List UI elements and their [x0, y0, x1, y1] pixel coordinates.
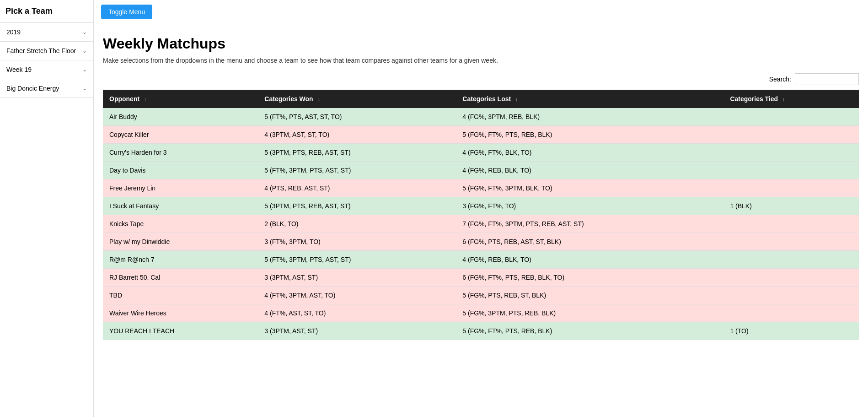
sidebar-team-label: Father Stretch The Floor [6, 47, 76, 54]
sidebar: Pick a Team 2019 ⌄ Father Stretch The Fl… [0, 0, 94, 417]
won-cell: 3 (3PTM, AST, ST) [258, 269, 456, 287]
opponent-cell: Day to Davis [103, 162, 258, 179]
chevron-down-icon: ⌄ [82, 85, 87, 92]
search-label: Search: [769, 76, 791, 83]
sort-icon-lost: ↕ [515, 97, 518, 102]
sidebar-dropdown-team[interactable]: Father Stretch The Floor ⌄ [0, 42, 93, 60]
table-body: Air Buddy5 (FT%, PTS, AST, ST, TO)4 (FG%… [103, 108, 859, 340]
table-row: Knicks Tape2 (BLK, TO)7 (FG%, FT%, 3PTM,… [103, 215, 859, 233]
toggle-menu-button[interactable]: Toggle Menu [101, 5, 152, 19]
won-cell: 4 (PTS, REB, AST, ST) [258, 179, 456, 197]
opponent-cell: TBD [103, 287, 258, 304]
sidebar-dropdown-week[interactable]: Week 19 ⌄ [0, 60, 93, 79]
table-row: R@m R@nch 75 (FT%, 3PTM, PTS, AST, ST)4 … [103, 251, 859, 269]
won-cell: 4 (FT%, AST, ST, TO) [258, 304, 456, 322]
lost-cell: 3 (FG%, FT%, TO) [456, 197, 723, 215]
won-cell: 4 (3PTM, AST, ST, TO) [258, 126, 456, 144]
won-cell: 5 (3PTM, PTS, REB, AST, ST) [258, 197, 456, 215]
matchups-table: Opponent ↑ Categories Won ↕ Categories L… [103, 90, 859, 340]
opponent-cell: R@m R@nch 7 [103, 251, 258, 269]
table-row: Air Buddy5 (FT%, PTS, AST, ST, TO)4 (FG%… [103, 108, 859, 126]
content-area: Weekly Matchups Make selections from the… [94, 24, 868, 349]
won-cell: 5 (3PTM, PTS, REB, AST, ST) [258, 144, 456, 162]
won-cell: 4 (FT%, 3PTM, AST, TO) [258, 287, 456, 304]
tied-cell [723, 144, 859, 162]
chevron-down-icon: ⌄ [82, 48, 87, 54]
won-cell: 5 (FT%, 3PTM, PTS, AST, ST) [258, 251, 456, 269]
table-row: RJ Barrett 50. Cal3 (3PTM, AST, ST)6 (FG… [103, 269, 859, 287]
sort-icon-won: ↕ [318, 97, 321, 102]
tied-cell [723, 126, 859, 144]
search-input[interactable] [795, 73, 859, 85]
opponent-cell: Copycat Killer [103, 126, 258, 144]
table-row: Waiver Wire Heroes4 (FT%, AST, ST, TO)5 … [103, 304, 859, 322]
opponent-cell: I Suck at Fantasy [103, 197, 258, 215]
opponent-cell: Free Jeremy Lin [103, 179, 258, 197]
sidebar-opponent-label: Big Doncic Energy [6, 85, 59, 92]
tied-cell [723, 215, 859, 233]
top-bar: Toggle Menu [94, 0, 868, 24]
table-row: Play w/ my Dinwiddie3 (FT%, 3PTM, TO)6 (… [103, 233, 859, 251]
opponent-cell: Curry's Harden for 3 [103, 144, 258, 162]
won-cell: 3 (3PTM, AST, ST) [258, 322, 456, 340]
lost-cell: 5 (FG%, PTS, REB, ST, BLK) [456, 287, 723, 304]
opponent-cell: Play w/ my Dinwiddie [103, 233, 258, 251]
search-bar: Search: [103, 73, 859, 85]
opponent-cell: Air Buddy [103, 108, 258, 126]
sort-icon-opponent: ↑ [144, 97, 147, 102]
table-row: Curry's Harden for 35 (3PTM, PTS, REB, A… [103, 144, 859, 162]
sidebar-title: Pick a Team [0, 0, 93, 23]
table-row: I Suck at Fantasy5 (3PTM, PTS, REB, AST,… [103, 197, 859, 215]
chevron-down-icon: ⌄ [82, 29, 87, 35]
tied-cell: 1 (TO) [723, 322, 859, 340]
chevron-down-icon: ⌄ [82, 66, 87, 73]
opponent-cell: Knicks Tape [103, 215, 258, 233]
tied-cell [723, 251, 859, 269]
lost-cell: 5 (FG%, FT%, 3PTM, BLK, TO) [456, 179, 723, 197]
lost-cell: 4 (FG%, FT%, BLK, TO) [456, 144, 723, 162]
col-opponent[interactable]: Opponent ↑ [103, 90, 258, 108]
tied-cell [723, 162, 859, 179]
tied-cell [723, 233, 859, 251]
tied-cell [723, 287, 859, 304]
lost-cell: 6 (FG%, FT%, PTS, REB, BLK, TO) [456, 269, 723, 287]
opponent-cell: RJ Barrett 50. Cal [103, 269, 258, 287]
table-row: Free Jeremy Lin4 (PTS, REB, AST, ST)5 (F… [103, 179, 859, 197]
sort-icon-tied: ↕ [782, 97, 785, 102]
lost-cell: 4 (FG%, REB, BLK, TO) [456, 162, 723, 179]
sidebar-year-label: 2019 [6, 28, 21, 36]
lost-cell: 5 (FG%, FT%, PTS, REB, BLK) [456, 126, 723, 144]
won-cell: 2 (BLK, TO) [258, 215, 456, 233]
lost-cell: 5 (FG%, FT%, PTS, REB, BLK) [456, 322, 723, 340]
table-row: YOU REACH I TEACH3 (3PTM, AST, ST)5 (FG%… [103, 322, 859, 340]
lost-cell: 5 (FG%, 3PTM, PTS, REB, BLK) [456, 304, 723, 322]
lost-cell: 4 (FG%, 3PTM, REB, BLK) [456, 108, 723, 126]
table-row: Day to Davis5 (FT%, 3PTM, PTS, AST, ST)4… [103, 162, 859, 179]
tied-cell [723, 269, 859, 287]
sidebar-dropdown-year[interactable]: 2019 ⌄ [0, 23, 93, 42]
lost-cell: 4 (FG%, REB, BLK, TO) [456, 251, 723, 269]
lost-cell: 7 (FG%, FT%, 3PTM, PTS, REB, AST, ST) [456, 215, 723, 233]
table-header-row: Opponent ↑ Categories Won ↕ Categories L… [103, 90, 859, 108]
opponent-cell: Waiver Wire Heroes [103, 304, 258, 322]
page-subtitle: Make selections from the dropdowns in th… [103, 57, 859, 64]
page-title: Weekly Matchups [103, 35, 859, 52]
sidebar-dropdown-opponent[interactable]: Big Doncic Energy ⌄ [0, 79, 93, 98]
won-cell: 5 (FT%, PTS, AST, ST, TO) [258, 108, 456, 126]
tied-cell: 1 (BLK) [723, 197, 859, 215]
table-row: Copycat Killer4 (3PTM, AST, ST, TO)5 (FG… [103, 126, 859, 144]
col-categories-tied[interactable]: Categories Tied ↕ [723, 90, 859, 108]
tied-cell [723, 108, 859, 126]
col-categories-lost[interactable]: Categories Lost ↕ [456, 90, 723, 108]
won-cell: 3 (FT%, 3PTM, TO) [258, 233, 456, 251]
opponent-cell: YOU REACH I TEACH [103, 322, 258, 340]
table-row: TBD4 (FT%, 3PTM, AST, TO)5 (FG%, PTS, RE… [103, 287, 859, 304]
col-categories-won[interactable]: Categories Won ↕ [258, 90, 456, 108]
tied-cell [723, 304, 859, 322]
tied-cell [723, 179, 859, 197]
main-content: Toggle Menu Weekly Matchups Make selecti… [94, 0, 868, 417]
won-cell: 5 (FT%, 3PTM, PTS, AST, ST) [258, 162, 456, 179]
sidebar-week-label: Week 19 [6, 66, 32, 73]
lost-cell: 6 (FG%, PTS, REB, AST, ST, BLK) [456, 233, 723, 251]
